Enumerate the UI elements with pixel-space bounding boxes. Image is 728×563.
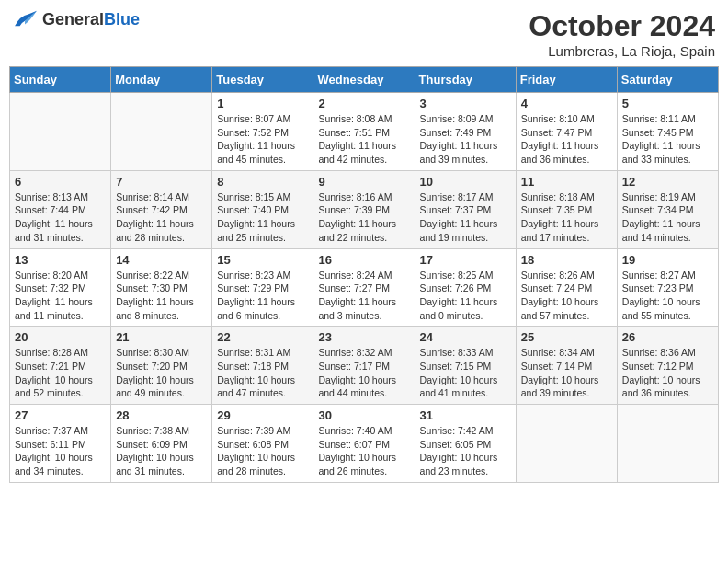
col-header-saturday: Saturday xyxy=(617,67,718,93)
day-info: Sunrise: 8:09 AM Sunset: 7:49 PM Dayligh… xyxy=(420,112,511,167)
day-info: Sunrise: 8:28 AM Sunset: 7:21 PM Dayligh… xyxy=(15,346,106,400)
day-number: 14 xyxy=(116,253,207,267)
calendar-week-row: 6Sunrise: 8:13 AM Sunset: 7:44 PM Daylig… xyxy=(10,170,719,248)
calendar-week-row: 20Sunrise: 8:28 AM Sunset: 7:21 PM Dayli… xyxy=(10,327,719,405)
calendar-cell: 8Sunrise: 8:15 AM Sunset: 7:40 PM Daylig… xyxy=(212,170,313,248)
day-info: Sunrise: 8:34 AM Sunset: 7:14 PM Dayligh… xyxy=(521,346,612,400)
day-number: 25 xyxy=(521,330,612,344)
calendar-cell: 16Sunrise: 8:24 AM Sunset: 7:27 PM Dayli… xyxy=(313,248,415,327)
calendar-cell: 3Sunrise: 8:09 AM Sunset: 7:49 PM Daylig… xyxy=(415,93,516,171)
day-number: 2 xyxy=(318,97,409,110)
day-info: Sunrise: 8:20 AM Sunset: 7:32 PM Dayligh… xyxy=(15,269,106,323)
calendar-cell: 17Sunrise: 8:25 AM Sunset: 7:26 PM Dayli… xyxy=(415,248,516,327)
calendar-table: SundayMondayTuesdayWednesdayThursdayFrid… xyxy=(9,66,719,483)
logo-icon xyxy=(13,9,39,29)
calendar-cell: 12Sunrise: 8:19 AM Sunset: 7:34 PM Dayli… xyxy=(617,170,718,248)
day-info: Sunrise: 8:23 AM Sunset: 7:29 PM Dayligh… xyxy=(217,269,308,323)
col-header-tuesday: Tuesday xyxy=(212,67,313,93)
col-header-monday: Monday xyxy=(111,67,212,93)
day-number: 28 xyxy=(116,408,207,422)
calendar-week-row: 13Sunrise: 8:20 AM Sunset: 7:32 PM Dayli… xyxy=(10,248,719,327)
calendar-cell: 21Sunrise: 8:30 AM Sunset: 7:20 PM Dayli… xyxy=(111,327,212,405)
logo-text: GeneralBlue xyxy=(42,10,140,29)
day-number: 13 xyxy=(15,253,106,267)
col-header-friday: Friday xyxy=(516,67,617,93)
calendar-cell: 23Sunrise: 8:32 AM Sunset: 7:17 PM Dayli… xyxy=(313,327,415,405)
calendar-cell xyxy=(617,405,718,483)
calendar-cell: 15Sunrise: 8:23 AM Sunset: 7:29 PM Dayli… xyxy=(212,248,313,327)
day-number: 22 xyxy=(217,330,308,344)
day-number: 18 xyxy=(521,253,612,267)
day-info: Sunrise: 8:10 AM Sunset: 7:47 PM Dayligh… xyxy=(521,112,612,167)
calendar-week-row: 27Sunrise: 7:37 AM Sunset: 6:11 PM Dayli… xyxy=(10,405,719,483)
calendar-cell xyxy=(516,405,617,483)
day-info: Sunrise: 7:37 AM Sunset: 6:11 PM Dayligh… xyxy=(15,424,106,478)
calendar-cell: 26Sunrise: 8:36 AM Sunset: 7:12 PM Dayli… xyxy=(617,327,718,405)
calendar-cell: 31Sunrise: 7:42 AM Sunset: 6:05 PM Dayli… xyxy=(415,405,516,483)
day-info: Sunrise: 7:40 AM Sunset: 6:07 PM Dayligh… xyxy=(318,424,409,478)
calendar-cell: 20Sunrise: 8:28 AM Sunset: 7:21 PM Dayli… xyxy=(10,327,111,405)
day-info: Sunrise: 8:31 AM Sunset: 7:18 PM Dayligh… xyxy=(217,346,308,400)
calendar-cell: 11Sunrise: 8:18 AM Sunset: 7:35 PM Dayli… xyxy=(516,170,617,248)
calendar-cell: 7Sunrise: 8:14 AM Sunset: 7:42 PM Daylig… xyxy=(111,170,212,248)
col-header-sunday: Sunday xyxy=(10,67,111,93)
calendar-header-row: SundayMondayTuesdayWednesdayThursdayFrid… xyxy=(10,67,719,93)
day-number: 3 xyxy=(420,97,511,110)
calendar-cell: 22Sunrise: 8:31 AM Sunset: 7:18 PM Dayli… xyxy=(212,327,313,405)
calendar-cell: 24Sunrise: 8:33 AM Sunset: 7:15 PM Dayli… xyxy=(415,327,516,405)
day-info: Sunrise: 8:33 AM Sunset: 7:15 PM Dayligh… xyxy=(420,346,511,400)
day-info: Sunrise: 8:26 AM Sunset: 7:24 PM Dayligh… xyxy=(521,269,612,323)
page-header: GeneralBlue October 2024 Lumbreras, La R… xyxy=(9,9,719,59)
day-number: 6 xyxy=(15,175,106,189)
day-number: 12 xyxy=(622,175,713,189)
day-number: 29 xyxy=(217,408,308,422)
day-info: Sunrise: 7:38 AM Sunset: 6:09 PM Dayligh… xyxy=(116,424,207,478)
day-number: 21 xyxy=(116,330,207,344)
day-info: Sunrise: 8:25 AM Sunset: 7:26 PM Dayligh… xyxy=(420,269,511,323)
logo-general: General xyxy=(42,10,104,29)
day-info: Sunrise: 8:22 AM Sunset: 7:30 PM Dayligh… xyxy=(116,269,207,323)
day-number: 24 xyxy=(420,330,511,344)
calendar-cell: 13Sunrise: 8:20 AM Sunset: 7:32 PM Dayli… xyxy=(10,248,111,327)
main-title: October 2024 xyxy=(529,9,715,43)
day-info: Sunrise: 8:14 AM Sunset: 7:42 PM Dayligh… xyxy=(116,190,207,245)
calendar-cell: 9Sunrise: 8:16 AM Sunset: 7:39 PM Daylig… xyxy=(313,170,415,248)
calendar-cell xyxy=(10,93,111,171)
day-info: Sunrise: 8:11 AM Sunset: 7:45 PM Dayligh… xyxy=(622,112,713,167)
day-number: 15 xyxy=(217,253,308,267)
day-number: 20 xyxy=(15,330,106,344)
calendar-cell xyxy=(111,93,212,171)
day-info: Sunrise: 8:07 AM Sunset: 7:52 PM Dayligh… xyxy=(217,112,308,167)
calendar-cell: 6Sunrise: 8:13 AM Sunset: 7:44 PM Daylig… xyxy=(10,170,111,248)
day-number: 27 xyxy=(15,408,106,422)
day-info: Sunrise: 8:08 AM Sunset: 7:51 PM Dayligh… xyxy=(318,112,409,167)
calendar-cell: 18Sunrise: 8:26 AM Sunset: 7:24 PM Dayli… xyxy=(516,248,617,327)
day-info: Sunrise: 8:13 AM Sunset: 7:44 PM Dayligh… xyxy=(15,190,106,245)
day-number: 19 xyxy=(622,253,713,267)
day-number: 23 xyxy=(318,330,409,344)
logo-blue: Blue xyxy=(104,10,140,29)
day-number: 8 xyxy=(217,175,308,189)
calendar-week-row: 1Sunrise: 8:07 AM Sunset: 7:52 PM Daylig… xyxy=(10,93,719,171)
day-info: Sunrise: 8:18 AM Sunset: 7:35 PM Dayligh… xyxy=(521,190,612,245)
calendar-cell: 27Sunrise: 7:37 AM Sunset: 6:11 PM Dayli… xyxy=(10,405,111,483)
day-number: 4 xyxy=(521,97,612,110)
day-info: Sunrise: 8:24 AM Sunset: 7:27 PM Dayligh… xyxy=(318,269,409,323)
day-info: Sunrise: 8:17 AM Sunset: 7:37 PM Dayligh… xyxy=(420,190,511,245)
day-info: Sunrise: 8:36 AM Sunset: 7:12 PM Dayligh… xyxy=(622,346,713,400)
day-info: Sunrise: 8:27 AM Sunset: 7:23 PM Dayligh… xyxy=(622,269,713,323)
day-number: 5 xyxy=(622,97,713,110)
calendar-cell: 28Sunrise: 7:38 AM Sunset: 6:09 PM Dayli… xyxy=(111,405,212,483)
col-header-wednesday: Wednesday xyxy=(313,67,415,93)
day-number: 31 xyxy=(420,408,511,422)
calendar-cell: 19Sunrise: 8:27 AM Sunset: 7:23 PM Dayli… xyxy=(617,248,718,327)
calendar-cell: 25Sunrise: 8:34 AM Sunset: 7:14 PM Dayli… xyxy=(516,327,617,405)
calendar-cell: 5Sunrise: 8:11 AM Sunset: 7:45 PM Daylig… xyxy=(617,93,718,171)
day-number: 1 xyxy=(217,97,308,110)
col-header-thursday: Thursday xyxy=(415,67,516,93)
title-block: October 2024 Lumbreras, La Rioja, Spain xyxy=(529,9,715,59)
calendar-cell: 14Sunrise: 8:22 AM Sunset: 7:30 PM Dayli… xyxy=(111,248,212,327)
calendar-cell: 10Sunrise: 8:17 AM Sunset: 7:37 PM Dayli… xyxy=(415,170,516,248)
day-number: 17 xyxy=(420,253,511,267)
logo: GeneralBlue xyxy=(13,9,140,29)
